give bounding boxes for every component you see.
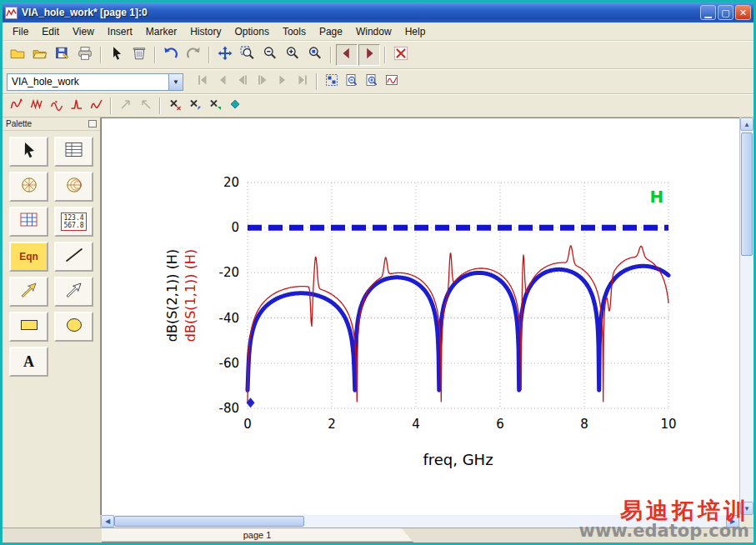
palette-rect-plot-tool[interactable]: [9, 207, 48, 237]
save-icon: [55, 46, 70, 64]
scroll-up-icon[interactable]: ▲: [740, 118, 753, 131]
chevron-down-icon[interactable]: ▼: [168, 74, 183, 90]
vertical-scroll-track[interactable]: [740, 131, 753, 502]
palette-arrow-filled-tool[interactable]: [9, 277, 48, 307]
series-dB(S(2,1)): [248, 266, 668, 390]
dataset-value: VIA_hole_work: [8, 76, 168, 88]
trace-auto-button[interactable]: [7, 97, 26, 116]
trace-histogram-icon: [70, 98, 83, 114]
menu-page[interactable]: Page: [313, 23, 349, 40]
delete-button[interactable]: [128, 44, 150, 66]
prev-page-icon: [216, 73, 229, 90]
minimize-button[interactable]: ▁: [700, 5, 716, 20]
work-area: Palette 123.4567.8 Eqn A: [3, 118, 753, 515]
delete-trace-button[interactable]: [165, 97, 184, 116]
trace-scatter-button[interactable]: [27, 97, 46, 116]
palette-titlebar[interactable]: Palette: [3, 118, 100, 131]
view-back-button[interactable]: [336, 44, 358, 66]
tile-view-button[interactable]: [322, 72, 341, 92]
palette-smith-chart-tool[interactable]: [54, 172, 93, 202]
update-trace-button[interactable]: [205, 97, 224, 116]
menu-history[interactable]: History: [183, 23, 228, 40]
print-button[interactable]: [74, 44, 96, 66]
vertical-scroll-thumb[interactable]: [741, 132, 753, 256]
move-button[interactable]: [214, 44, 236, 66]
palette-polar-plot-tool[interactable]: [9, 172, 48, 202]
palette-list-tool[interactable]: [54, 137, 93, 167]
next-page-button[interactable]: [273, 72, 292, 92]
palette-circle-tool[interactable]: [54, 312, 93, 342]
window-title: VIA_hole_work* [page 1]:0: [22, 7, 698, 18]
zoom-page-in-button[interactable]: [362, 72, 381, 92]
dataset-combobox[interactable]: VIA_hole_work ▼: [7, 73, 183, 91]
next-start-button[interactable]: [253, 72, 272, 92]
y-tick-label: 20: [223, 175, 239, 190]
palette-line-tool[interactable]: [54, 242, 93, 272]
text-tool-icon: A: [23, 353, 34, 371]
select-button[interactable]: [106, 44, 128, 66]
trace-spectral-button[interactable]: [47, 97, 66, 116]
view-forward-button[interactable]: [358, 44, 380, 66]
close-button[interactable]: ✕: [735, 5, 751, 20]
undo-button[interactable]: [160, 44, 182, 66]
marker-diamond-button[interactable]: [225, 97, 244, 116]
menu-window[interactable]: Window: [349, 23, 398, 40]
save-button[interactable]: [52, 44, 73, 66]
page-tab[interactable]: page 1: [102, 528, 413, 542]
palette-list-values-tool[interactable]: 123.4567.8: [54, 207, 93, 237]
open-button[interactable]: [29, 44, 51, 66]
menu-options[interactable]: Options: [228, 23, 276, 40]
palette-select-tool[interactable]: [9, 137, 48, 167]
trace-disabled-1-button[interactable]: [116, 97, 135, 116]
plot-canvas[interactable]: 0246810200-20-40-60-80freq, GHzdB(S(2,1)…: [101, 118, 739, 515]
x-tick-label: 6: [496, 417, 504, 432]
print-icon: [78, 46, 93, 64]
menu-insert[interactable]: Insert: [101, 23, 139, 40]
zoom-fit-button[interactable]: [304, 44, 326, 66]
zoom-in-button[interactable]: [282, 44, 303, 66]
titlebar[interactable]: VIA_hole_work* [page 1]:0 ▁ ▢ ✕: [3, 2, 753, 22]
new-button[interactable]: [7, 44, 28, 66]
next-start-icon: [256, 73, 269, 90]
palette-arrow-outline-tool[interactable]: [54, 277, 93, 307]
menu-marker[interactable]: Marker: [139, 23, 183, 40]
diagonal-arrow-icon: [119, 98, 133, 114]
palette-equation-tool[interactable]: Eqn: [9, 242, 48, 272]
zoom-fit-icon: [308, 46, 323, 64]
swap-trace-button[interactable]: [185, 97, 204, 116]
menu-help[interactable]: Help: [398, 23, 433, 40]
separator: [316, 73, 318, 90]
menu-view[interactable]: View: [66, 23, 101, 40]
x-tick-label: 10: [660, 417, 676, 432]
palette-text-tool[interactable]: A: [9, 347, 48, 377]
maximize-button[interactable]: ▢: [718, 5, 733, 20]
watermark-cn: 易迪拓培训: [578, 499, 749, 522]
diagonal-arrow-icon: [139, 98, 153, 114]
trace-spline-button[interactable]: [87, 97, 106, 116]
list-values-icon: 123.4567.8: [61, 212, 86, 231]
insert-plot-button[interactable]: [382, 72, 401, 92]
menu-edit[interactable]: Edit: [35, 23, 66, 40]
rectangular-plot[interactable]: 0246810200-20-40-60-80freq, GHzdB(S(2,1)…: [102, 118, 739, 515]
menu-file[interactable]: File: [6, 23, 35, 40]
last-page-button[interactable]: [293, 72, 312, 92]
first-page-button[interactable]: [193, 72, 212, 92]
menu-tools[interactable]: Tools: [276, 23, 313, 40]
zoom-out-button[interactable]: [259, 44, 281, 66]
zoom-page-out-button[interactable]: [342, 72, 361, 92]
scroll-left-icon[interactable]: ◀: [101, 515, 114, 528]
palette-rectangle-tool[interactable]: [9, 312, 48, 342]
zoom-area-button[interactable]: [237, 44, 258, 66]
close-window-button[interactable]: [390, 44, 412, 66]
redo-button[interactable]: [183, 44, 204, 66]
trace-histogram-button[interactable]: [67, 97, 86, 116]
vertical-scrollbar[interactable]: ▲ ▼: [739, 118, 753, 515]
trace-disabled-2-button[interactable]: [136, 97, 155, 116]
arrow-outline-icon: [64, 282, 84, 302]
line-icon: [64, 247, 84, 267]
prev-end-button[interactable]: [233, 72, 252, 92]
back-arrow-icon: [339, 46, 354, 64]
horizontal-scroll-thumb[interactable]: [114, 516, 304, 527]
prev-page-button[interactable]: [213, 72, 232, 92]
palette-dock-icon[interactable]: [88, 120, 97, 128]
